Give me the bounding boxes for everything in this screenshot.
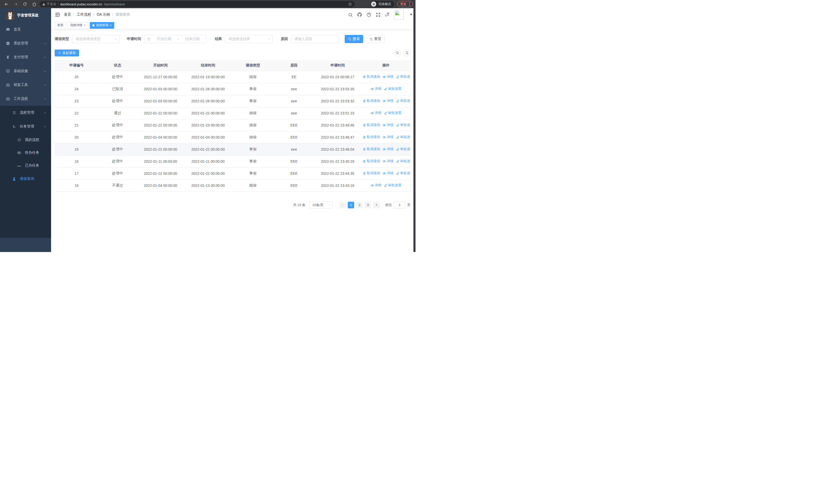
sidebar-item-my-process[interactable]: 我的流程	[0, 134, 51, 146]
not-secure-warning[interactable]: 不安全	[42, 2, 56, 6]
chevron-up-icon	[44, 125, 47, 128]
page-button-3[interactable]: 3	[365, 202, 371, 208]
sidebar-item-home[interactable]: 首页	[0, 23, 51, 36]
action-progress-link[interactable]: 审批进度	[396, 123, 411, 127]
show-search-toggle-button[interactable]	[394, 49, 401, 56]
browser-reload-button[interactable]	[21, 1, 29, 7]
action-progress-link[interactable]: 审批进度	[396, 98, 411, 103]
avatar-dropdown-caret[interactable]	[410, 14, 412, 16]
goto-page-input[interactable]: 1	[394, 202, 405, 209]
tab-leave-query[interactable]: 请假查询 ×	[90, 22, 114, 29]
cell-id: 17	[55, 167, 98, 179]
action-progress-link[interactable]: 审批进度	[384, 87, 401, 91]
cell-type: 事假	[232, 155, 274, 167]
breadcrumb-item[interactable]: 首页	[64, 12, 71, 17]
fullscreen-icon[interactable]	[375, 12, 381, 17]
sidebar-collapse-icon[interactable]	[55, 12, 60, 18]
action-label: 审批进度	[400, 135, 411, 139]
action-detail-link[interactable]: 详情	[371, 111, 381, 115]
cell-actions: 取消请假详情审批进度	[361, 155, 411, 167]
breadcrumb-item[interactable]: OA 示例	[97, 12, 110, 17]
apply-time-range-picker[interactable]: 开始日期 - 结束日期	[144, 35, 207, 43]
chevron-down-icon	[44, 111, 47, 114]
action-progress-link[interactable]: 审批进度	[396, 171, 411, 176]
chevron-down-icon	[267, 38, 270, 40]
action-detail-link[interactable]: 详情	[371, 183, 381, 187]
action-progress-link[interactable]: 审批进度	[384, 183, 401, 187]
sidebar-item-system[interactable]: 系统管理	[0, 36, 51, 50]
action-detail-link[interactable]: 详情	[383, 123, 394, 127]
bookmark-star-icon[interactable]	[348, 2, 352, 6]
close-icon[interactable]: ×	[84, 24, 86, 27]
broken-image-icon	[395, 10, 400, 16]
sidebar-item-workflow[interactable]: 工作流程	[0, 92, 51, 106]
action-label: 审批进度	[400, 75, 411, 79]
cell-end: 2022-01-23 00:00:00	[184, 119, 232, 131]
help-icon[interactable]	[366, 12, 371, 17]
action-detail-link[interactable]: 详情	[383, 98, 394, 103]
action-detail-link[interactable]: 详情	[383, 135, 394, 139]
action-cancel-link[interactable]: 取消请假	[363, 75, 380, 79]
refresh-table-button[interactable]	[403, 49, 411, 56]
close-icon[interactable]: ×	[110, 24, 112, 27]
action-detail-link[interactable]: 详情	[383, 171, 394, 176]
browser-forward-button[interactable]	[12, 1, 20, 7]
url-bar[interactable]: 不安全 dashboard.yudao.iocoder.cn/bpm/oa/le…	[39, 1, 355, 7]
action-detail-link[interactable]: 详情	[371, 87, 381, 91]
action-progress-link[interactable]: 审批进度	[396, 135, 411, 139]
tab-process-detail[interactable]: 流程详情 ×	[67, 22, 88, 29]
sidebar-item-todo-tasks[interactable]: 待办任务	[0, 146, 51, 159]
breadcrumb-item[interactable]: 工作流程	[77, 12, 91, 17]
reset-button[interactable]: 重置	[366, 35, 385, 43]
action-cancel-link[interactable]: 取消请假	[363, 123, 380, 127]
sidebar-item-leave-query[interactable]: 请假查询	[0, 172, 51, 186]
next-page-button[interactable]	[373, 202, 379, 208]
browser-home-button[interactable]	[30, 1, 38, 7]
action-cancel-link[interactable]: 取消请假	[363, 147, 380, 151]
tab-home[interactable]: 首页	[55, 22, 66, 29]
cell-actions: 详情审批进度	[361, 83, 411, 95]
header-search-icon[interactable]	[348, 12, 353, 17]
create-leave-button[interactable]: 发起请假	[55, 50, 79, 56]
action-progress-link[interactable]: 审批进度	[384, 111, 401, 115]
window-scrollbar[interactable]	[413, 8, 416, 252]
table-row: 21处理中2022-01-22 00:00:002022-01-23 00:00…	[55, 119, 411, 131]
sidebar-item-devtools[interactable]: 研发工具	[0, 78, 51, 92]
sidebar-item-done-tasks[interactable]: 已办任务	[0, 159, 51, 172]
page-button-2[interactable]: 2	[356, 202, 363, 208]
trash-icon	[363, 123, 366, 127]
action-progress-link[interactable]: 审批进度	[396, 159, 411, 164]
font-size-icon[interactable]: TT	[385, 12, 390, 17]
action-detail-link[interactable]: 详情	[383, 75, 394, 79]
action-progress-link[interactable]: 审批进度	[396, 147, 411, 151]
result-select[interactable]: 请选择流结果	[225, 35, 273, 43]
sidebar-item-payment[interactable]: ¥ 支付管理	[0, 50, 51, 64]
incognito-label: 无痕模式	[378, 2, 391, 6]
action-detail-link[interactable]: 详情	[383, 159, 394, 164]
browser-update-button[interactable]: 更新	[397, 1, 413, 7]
action-cancel-link[interactable]: 取消请假	[363, 159, 380, 164]
avatar[interactable]	[394, 10, 404, 20]
robot-icon	[17, 138, 21, 142]
sidebar-item-task-management[interactable]: 任务管理	[0, 120, 51, 134]
home-icon	[32, 2, 36, 6]
action-cancel-link[interactable]: 取消请假	[363, 98, 380, 103]
sidebar-item-infrastructure[interactable]: 基础设施	[0, 64, 51, 78]
page-button-1[interactable]: 1	[348, 202, 354, 208]
action-cancel-link[interactable]: 取消请假	[363, 171, 380, 176]
app-title: 芋道管理系统	[17, 13, 38, 18]
search-button[interactable]: 搜索	[345, 35, 363, 43]
start-date-placeholder: 开始日期	[153, 37, 175, 41]
sidebar-item-process-management[interactable]: 流程管理	[0, 106, 51, 120]
page-size-select[interactable]: 10条/页	[310, 202, 333, 209]
action-cancel-link[interactable]: 取消请假	[363, 135, 380, 139]
browser-menu-icon[interactable]	[409, 2, 410, 6]
action-detail-link[interactable]: 详情	[383, 147, 394, 151]
cell-start: 2022-01-03 00:00:00	[137, 83, 184, 95]
browser-back-button[interactable]	[3, 1, 10, 7]
leave-type-select[interactable]: 请选择请假类型	[72, 35, 120, 43]
reason-input[interactable]: 请输入原因	[291, 35, 339, 43]
github-icon[interactable]	[357, 12, 362, 17]
action-progress-link[interactable]: 审批进度	[396, 75, 411, 79]
prev-page-button[interactable]	[339, 202, 346, 208]
